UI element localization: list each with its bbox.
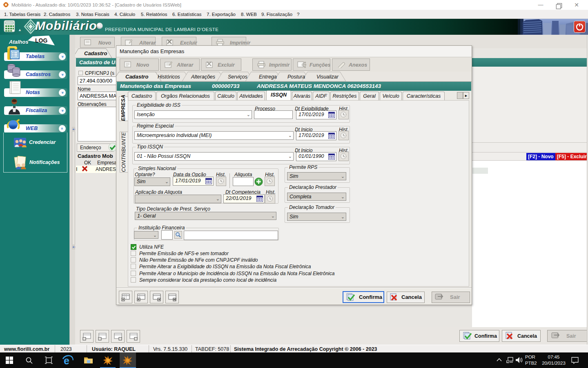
svg-text:Entrega: Entrega bbox=[259, 74, 277, 80]
svg-text:Alterações: Alterações bbox=[191, 74, 215, 80]
svg-text:Postura: Postura bbox=[287, 74, 305, 80]
svg-text:Históricos: Históricos bbox=[158, 74, 180, 80]
svg-text:Visualizar: Visualizar bbox=[316, 74, 339, 80]
svg-text:Serviços: Serviços bbox=[228, 74, 247, 80]
svg-text:Cadastro: Cadastro bbox=[84, 50, 107, 56]
svg-text:Cadastro: Cadastro bbox=[125, 74, 148, 80]
